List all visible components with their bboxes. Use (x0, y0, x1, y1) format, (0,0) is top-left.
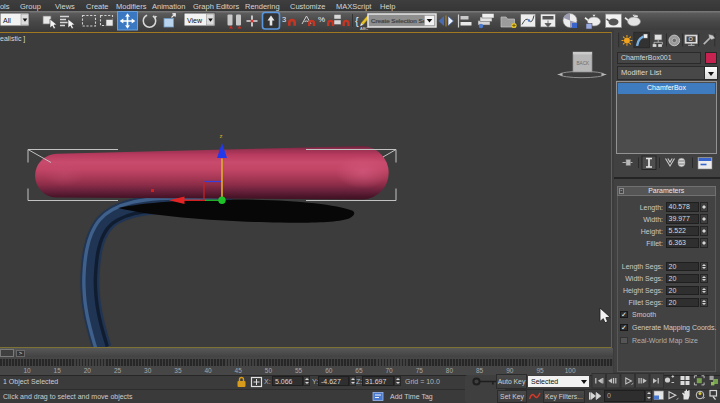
svg-text:View: View (187, 17, 203, 24)
svg-text:All: All (3, 17, 11, 24)
svg-text:z: z (220, 133, 223, 139)
svg-text:3: 3 (282, 15, 286, 24)
svg-text:O: O (689, 36, 694, 42)
svg-text:%: % (318, 15, 325, 24)
svg-text:BACK: BACK (577, 61, 590, 66)
svg-text:{: { (355, 15, 359, 27)
svg-text:ABC: ABC (360, 26, 368, 31)
svg-text:Create Selection Se: Create Selection Se (371, 17, 427, 24)
